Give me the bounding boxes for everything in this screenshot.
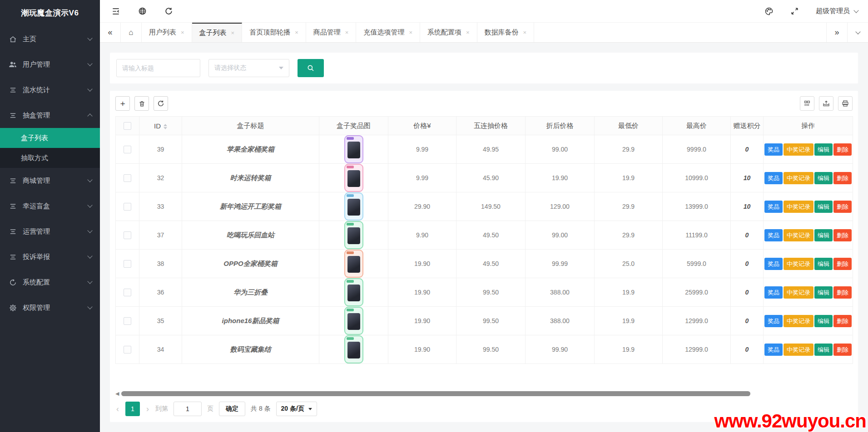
box-prize-image[interactable] — [344, 307, 363, 335]
edit-button[interactable]: 编辑 — [814, 315, 833, 327]
prize-button[interactable]: 奖品 — [764, 172, 783, 184]
sidebar-item-box[interactable]: 抽盒管理 — [0, 103, 100, 128]
scroll-left-arrow-icon[interactable]: ◀ — [115, 391, 119, 396]
row-checkbox[interactable] — [124, 289, 131, 296]
close-tab-icon[interactable]: × — [409, 29, 412, 36]
sidebar-item-users[interactable]: 用户管理 — [0, 52, 100, 77]
add-button[interactable]: ＋ — [115, 96, 130, 111]
columns-setting-button[interactable] — [800, 96, 814, 111]
current-page-button[interactable]: 1 — [125, 402, 140, 416]
close-tab-icon[interactable]: × — [231, 29, 235, 36]
goto-page-input[interactable] — [174, 402, 202, 416]
tab-7[interactable]: 数据库备份× — [477, 23, 535, 42]
box-prize-image[interactable] — [344, 221, 363, 249]
sidebar-item-flow[interactable]: 流水统计 — [0, 77, 100, 103]
tab-3[interactable]: 首页顶部轮播× — [242, 23, 306, 42]
edit-button[interactable]: 编辑 — [814, 344, 833, 356]
prize-button[interactable]: 奖品 — [764, 258, 783, 270]
win-record-button[interactable]: 中奖记录 — [784, 172, 813, 184]
status-select[interactable]: 请选择状态 — [208, 59, 289, 77]
prize-button[interactable]: 奖品 — [764, 315, 783, 327]
prev-page-button[interactable]: ‹ — [115, 404, 120, 414]
tab-4[interactable]: 商品管理× — [306, 23, 357, 42]
title-search-input[interactable] — [116, 59, 200, 77]
sidebar-item-sysconf[interactable]: 系统配置 — [0, 270, 100, 295]
win-record-button[interactable]: 中奖记录 — [784, 143, 813, 156]
box-prize-image[interactable] — [344, 192, 363, 221]
select-all-checkbox[interactable] — [124, 122, 131, 130]
delete-selected-button[interactable] — [134, 96, 149, 111]
box-prize-image[interactable] — [344, 164, 363, 192]
close-tab-icon[interactable]: × — [345, 29, 349, 36]
close-tab-icon[interactable]: × — [181, 29, 184, 36]
box-prize-image[interactable] — [344, 135, 363, 163]
theme-palette-icon[interactable] — [763, 5, 775, 17]
prize-button[interactable]: 奖品 — [764, 229, 783, 241]
tab-2[interactable]: 盒子列表× — [192, 23, 243, 42]
scrollbar-thumb[interactable] — [121, 391, 750, 396]
sidebar-subitem-box-list[interactable]: 盒子列表 — [0, 128, 100, 148]
close-tab-icon[interactable]: × — [523, 29, 527, 36]
row-checkbox[interactable] — [124, 203, 131, 211]
delete-button[interactable]: 删除 — [833, 201, 852, 213]
sidebar-subitem-draw-mode[interactable]: 抽取方式 — [0, 148, 100, 168]
win-record-button[interactable]: 中奖记录 — [784, 258, 813, 270]
sidebar-item-lucky[interactable]: 幸运盲盒 — [0, 193, 100, 219]
win-record-button[interactable]: 中奖记录 — [784, 286, 813, 299]
prize-button[interactable]: 奖品 — [764, 344, 783, 356]
home-tab-icon[interactable]: ⌂ — [121, 23, 142, 42]
goto-confirm-button[interactable]: 确定 — [219, 402, 245, 416]
box-prize-image[interactable] — [344, 278, 363, 306]
delete-button[interactable]: 删除 — [833, 229, 852, 241]
edit-button[interactable]: 编辑 — [814, 286, 833, 299]
win-record-button[interactable]: 中奖记录 — [784, 315, 813, 327]
sidebar-item-mall[interactable]: 商城管理 — [0, 168, 100, 193]
delete-button[interactable]: 删除 — [833, 286, 852, 299]
win-record-button[interactable]: 中奖记录 — [784, 201, 813, 213]
tab-5[interactable]: 充值选项管理× — [356, 23, 420, 42]
globe-icon[interactable] — [136, 5, 148, 17]
fullscreen-icon[interactable] — [789, 5, 800, 17]
delete-button[interactable]: 删除 — [833, 258, 852, 270]
delete-button[interactable]: 删除 — [833, 315, 852, 327]
row-checkbox[interactable] — [124, 317, 131, 325]
edit-button[interactable]: 编辑 — [814, 172, 833, 184]
row-checkbox[interactable] — [124, 346, 131, 353]
sort-icon[interactable] — [164, 124, 167, 129]
close-tab-icon[interactable]: × — [466, 29, 470, 36]
row-checkbox[interactable] — [124, 146, 131, 153]
edit-button[interactable]: 编辑 — [814, 143, 833, 156]
refresh-icon[interactable] — [163, 5, 174, 17]
next-page-button[interactable]: › — [145, 404, 150, 414]
page-size-select[interactable]: 20 条/页 — [276, 402, 317, 416]
box-prize-image[interactable] — [344, 250, 363, 278]
delete-button[interactable]: 删除 — [833, 344, 852, 356]
refresh-table-button[interactable] — [154, 96, 168, 111]
edit-button[interactable]: 编辑 — [814, 201, 833, 213]
row-checkbox[interactable] — [124, 174, 131, 182]
prize-button[interactable]: 奖品 — [764, 201, 783, 213]
tabs-scroll-left-button[interactable]: « — [100, 23, 121, 42]
box-prize-image[interactable] — [344, 335, 363, 363]
search-button[interactable] — [298, 59, 324, 77]
sidebar-item-complaint[interactable]: 投诉举报 — [0, 244, 100, 270]
edit-button[interactable]: 编辑 — [814, 229, 833, 241]
sidebar-item-operate[interactable]: 运营管理 — [0, 219, 100, 244]
delete-button[interactable]: 删除 — [833, 143, 852, 156]
prize-button[interactable]: 奖品 — [764, 143, 783, 156]
edit-button[interactable]: 编辑 — [814, 258, 833, 270]
win-record-button[interactable]: 中奖记录 — [784, 229, 813, 241]
row-checkbox[interactable] — [124, 260, 131, 268]
tab-6[interactable]: 系统配置项× — [420, 23, 477, 42]
sidebar-item-perm[interactable]: 权限管理 — [0, 295, 100, 320]
tabs-menu-button[interactable] — [847, 23, 868, 42]
tabs-scroll-right-button[interactable]: » — [826, 23, 847, 42]
delete-button[interactable]: 删除 — [833, 172, 852, 184]
prize-button[interactable]: 奖品 — [764, 286, 783, 299]
collapse-sidebar-icon[interactable] — [110, 5, 122, 17]
win-record-button[interactable]: 中奖记录 — [784, 344, 813, 356]
user-menu[interactable]: 超级管理员 — [816, 7, 858, 15]
row-checkbox[interactable] — [124, 231, 131, 239]
sidebar-item-home[interactable]: 主页 — [0, 26, 100, 52]
close-tab-icon[interactable]: × — [295, 29, 298, 36]
